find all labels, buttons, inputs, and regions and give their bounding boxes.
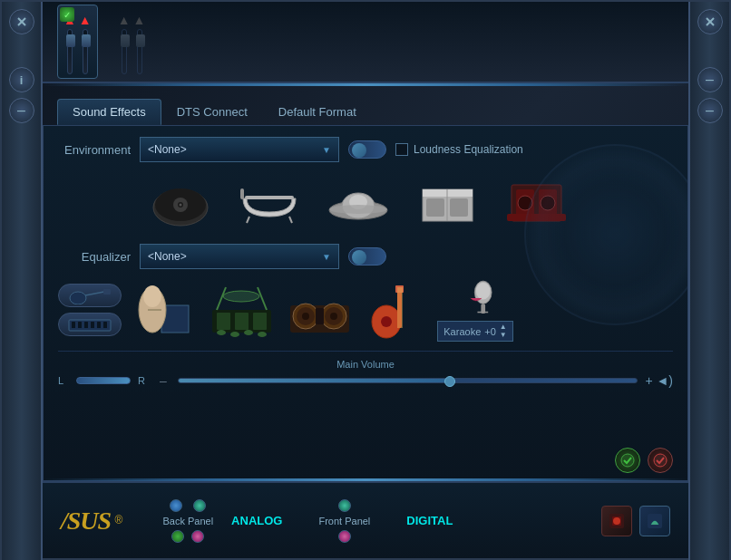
volume-fill (179, 379, 453, 382)
loudness-label: Loudness Equalization (414, 143, 523, 156)
svg-rect-64 (395, 285, 404, 293)
ch1-fader[interactable] (67, 29, 73, 74)
eq-icon-guitar[interactable] (361, 278, 434, 342)
ch2-fader[interactable] (83, 29, 88, 74)
side-right-close-btn[interactable] (697, 9, 723, 34)
side-right-min1-btn[interactable]: – (697, 67, 723, 92)
asus-logo-registered: ® (115, 513, 123, 526)
svg-point-59 (330, 313, 337, 320)
side-minimize-btn[interactable]: – (9, 98, 34, 123)
back-panel-dot-blue[interactable] (170, 499, 182, 512)
environment-label: Environment (58, 143, 131, 157)
env-icon-stone[interactable] (140, 171, 221, 235)
svg-point-62 (381, 316, 392, 327)
ch4-fader[interactable] (137, 29, 142, 74)
svg-point-73 (654, 454, 667, 467)
side-right-min2-btn[interactable]: – (697, 98, 723, 123)
back-panel-dot-teal[interactable] (193, 499, 206, 512)
eq-section: Karaoke +0 ▲ ▼ (58, 278, 673, 342)
loudness-checkbox[interactable] (395, 143, 408, 156)
analog-dot-green1[interactable] (171, 530, 184, 543)
tab-sound-effects[interactable]: Sound Effects (57, 99, 161, 125)
eq-btn-keyboard[interactable] (58, 313, 122, 336)
karaoke-label: Karaoke (443, 326, 481, 337)
vol-r-label: R (138, 375, 149, 386)
side-panel-right: – – (688, 2, 729, 560)
svg-point-72 (621, 454, 634, 467)
bottom-bar: /SUS ® Back Panel ANALOG Front Panel DIG… (43, 481, 688, 558)
asus-logo-area: /SUS ® (61, 507, 122, 536)
tab-default-format[interactable]: Default Format (263, 99, 372, 125)
digital-label: DIGITAL (406, 514, 453, 527)
env-icon-ufo[interactable] (317, 171, 399, 235)
eq-icon-dj[interactable] (283, 278, 356, 342)
back-panel-dots (170, 499, 206, 512)
environment-dropdown-value: <None> (148, 143, 187, 156)
connector-area: Back Panel (162, 499, 213, 543)
eq-icon-concert[interactable] (205, 278, 278, 342)
equalizer-toggle-thumb (352, 250, 366, 265)
svg-point-69 (475, 283, 490, 300)
ch4-arrow: ▲ (133, 13, 146, 27)
environment-toggle-thumb (352, 143, 366, 158)
loudness-checkbox-item: Loudness Equalization (395, 143, 523, 156)
svg-point-48 (223, 291, 259, 302)
svg-point-40 (143, 285, 161, 307)
svg-point-28 (70, 292, 86, 304)
bottom-icon-speaker[interactable] (601, 506, 632, 536)
svg-rect-45 (253, 313, 267, 330)
svg-rect-35 (91, 322, 94, 328)
env-icon-box[interactable] (406, 171, 488, 235)
front-panel-dot2[interactable] (338, 530, 351, 543)
vol-left-fill (76, 377, 131, 384)
bottom-icon-config[interactable] (639, 506, 670, 536)
karaoke-spinners[interactable]: ▲ ▼ (500, 323, 507, 339)
volume-label: Main Volume (58, 359, 673, 370)
front-panel-dot[interactable] (338, 499, 351, 512)
front-panel-label: Front Panel (318, 516, 370, 526)
channel-3: ▲ (118, 13, 131, 74)
environment-dropdown-arrow: ▼ (322, 145, 331, 155)
eq-icon-piano[interactable] (127, 278, 200, 342)
environment-dropdown[interactable]: <None> ▼ (140, 137, 339, 162)
equalizer-label: Equalizer (58, 250, 131, 264)
svg-rect-12 (240, 188, 244, 199)
side-info-btn[interactable]: i (9, 67, 34, 92)
svg-rect-44 (235, 313, 249, 330)
equalizer-dropdown[interactable]: <None> ▼ (140, 244, 339, 269)
vol-plus-icon: + ◄) (645, 373, 673, 388)
svg-line-11 (289, 217, 292, 223)
channel-2: ▲ (79, 13, 92, 74)
equalizer-dropdown-value: <None> (148, 250, 187, 263)
app-container: i – – – ✓ ▲ (0, 0, 731, 560)
ch3-fader[interactable] (122, 29, 127, 74)
volume-thumb[interactable] (444, 376, 455, 387)
eq-btn-guitar[interactable] (58, 284, 122, 307)
svg-point-56 (302, 313, 309, 320)
equalizer-toggle[interactable] (348, 247, 386, 266)
svg-point-76 (613, 517, 620, 525)
speaker-btn[interactable] (648, 448, 673, 473)
karaoke-value: +0 (484, 326, 496, 337)
side-close-btn[interactable] (9, 9, 34, 34)
svg-rect-30 (103, 289, 111, 294)
back-panel-label: Back Panel (162, 516, 213, 526)
environment-toggle[interactable] (348, 140, 386, 159)
svg-rect-32 (72, 322, 75, 328)
vol-l-label: L (58, 375, 69, 386)
svg-point-51 (244, 330, 253, 335)
mute-check-btn[interactable] (615, 448, 640, 473)
svg-point-8 (179, 204, 181, 207)
asus-logo: /SUS (61, 507, 111, 535)
svg-rect-34 (84, 322, 88, 328)
eq-icon-mic[interactable]: Karaoke +0 ▲ ▼ (439, 278, 512, 342)
analog-dot-pink[interactable] (191, 530, 204, 543)
tab-dts-connect[interactable]: DTS Connect (161, 99, 263, 125)
channel-1: ▲ (63, 13, 76, 74)
channel-4: ▲ (133, 13, 146, 74)
top-divider (43, 83, 688, 86)
volume-slider[interactable] (178, 378, 638, 383)
volume-area: Main Volume L R – + ◄) (58, 351, 673, 388)
env-icon-bathtub[interactable] (229, 171, 310, 235)
svg-rect-37 (103, 322, 107, 328)
